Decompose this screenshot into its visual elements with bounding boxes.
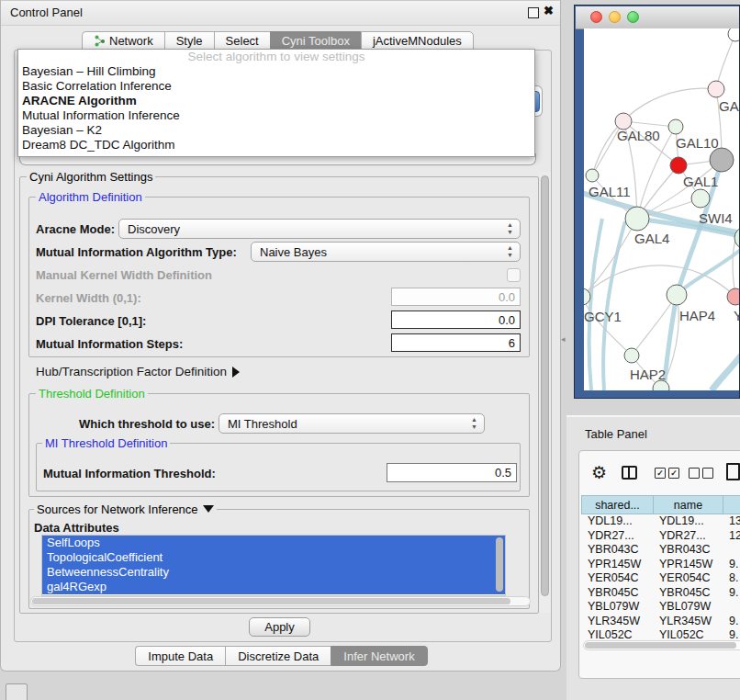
hub-definition-toggle[interactable]: Hub/Transcription Factor Definition: [36, 365, 240, 378]
deselect-all-icon[interactable]: [689, 468, 713, 479]
sources-legend[interactable]: Sources for Network Inference: [34, 502, 217, 516]
table-cell: [723, 543, 740, 558]
mi-algorithm-type-label: Mutual Information Algorithm Type:: [36, 245, 237, 259]
mi-threshold-label: Mutual Information Threshold:: [43, 467, 216, 480]
dpi-tolerance-label: DPI Tolerance [0,1]:: [36, 314, 146, 328]
settings-scrollbar-thumb[interactable]: [541, 175, 549, 596]
gear-icon[interactable]: ⚙: [591, 464, 607, 481]
network-node-y[interactable]: [727, 288, 740, 305]
combo-stepper-icon: ▲▼: [507, 244, 513, 259]
dropdown-option[interactable]: Dream8 DC_TDC Algorithm: [18, 138, 534, 152]
list-horizontal-scrollbar[interactable]: [30, 596, 531, 606]
aracne-mode-select[interactable]: Discovery ▲▼: [118, 219, 521, 239]
table-horizontal-scrollbar[interactable]: [583, 640, 740, 650]
dpi-tolerance-field[interactable]: 0.0: [391, 310, 521, 329]
close-icon[interactable]: ✖: [544, 4, 554, 17]
table-row[interactable]: YDR27...YDR27...12: [581, 529, 740, 544]
network-view-window[interactable]: GALGAL80GAL10GAL1GAL11GAL4SWI4GCY1HAP4YH…: [574, 5, 740, 399]
zoom-icon[interactable]: [627, 11, 639, 23]
network-canvas[interactable]: GALGAL80GAL10GAL1GAL11GAL4SWI4GCY1HAP4YH…: [584, 28, 740, 390]
table-row[interactable]: YDL19...YDL19...13: [581, 514, 740, 529]
network-node-hap2[interactable]: [624, 348, 639, 363]
mi-threshold-field[interactable]: 0.5: [387, 463, 517, 482]
mi-algorithm-type-select[interactable]: Naive Bayes ▲▼: [251, 242, 521, 262]
tab-label: Style: [176, 31, 203, 51]
attribute-list-item[interactable]: BetweennessCentrality: [42, 565, 505, 580]
table-panel-title: Table Panel: [585, 427, 647, 441]
tab-select[interactable]: Select: [214, 31, 270, 51]
table-cell: YBL079W: [581, 600, 653, 615]
data-attributes-list[interactable]: SelfLoopsTopologicalCoefficientBetweenne…: [41, 535, 506, 596]
table-cell: YER054C: [581, 571, 653, 586]
tab-style[interactable]: Style: [164, 31, 214, 51]
tab-label: Network: [109, 31, 153, 51]
corner-button[interactable]: [6, 683, 28, 700]
node-label: GAL11: [589, 184, 631, 199]
attribute-list-item[interactable]: gal4RGexp: [42, 580, 505, 594]
aracne-mode-value: Discovery: [128, 222, 180, 236]
table-row[interactable]: YPR145WYPR145W9.: [581, 558, 740, 572]
table-horizontal-scrollbar-thumb[interactable]: [585, 642, 736, 649]
control-panel: Control Panel ✖ NetworkStyleSelectCyni T…: [0, 0, 561, 672]
network-node[interactable]: [728, 28, 740, 41]
tab-cyni-toolbox[interactable]: Cyni Toolbox: [270, 31, 361, 51]
columns-icon[interactable]: [622, 466, 637, 480]
bottom-tab-infer-network[interactable]: Infer Network: [331, 646, 427, 666]
dropdown-option[interactable]: ARACNE Algorithm: [18, 94, 534, 108]
manual-kernel-width-checkbox[interactable]: [507, 268, 521, 282]
bottom-tab-discretize-data[interactable]: Discretize Data: [225, 646, 331, 666]
table-cell: 9.: [723, 586, 740, 601]
dropdown-option[interactable]: Bayesian – Hill Climbing: [18, 64, 534, 79]
column-header-name[interactable]: name: [653, 495, 723, 514]
mi-threshold-definition-legend: MI Threshold Definition: [42, 436, 170, 450]
float-window-icon[interactable]: [528, 7, 539, 18]
network-edge-thick[interactable]: [589, 219, 602, 390]
which-threshold-select[interactable]: MI Threshold ▲▼: [219, 413, 485, 434]
table-row[interactable]: YBL079WYBL079W: [581, 600, 740, 615]
table-cell: YBR045C: [581, 586, 653, 601]
attribute-list-item[interactable]: TopologicalCoefficient: [42, 550, 505, 565]
apply-button[interactable]: Apply: [249, 617, 310, 637]
network-edge-thick[interactable]: [603, 221, 625, 390]
network-edge-thick[interactable]: [712, 355, 740, 390]
network-node-gal4[interactable]: [625, 207, 649, 231]
mi-algorithm-type-value: Naive Bayes: [260, 245, 327, 259]
dropdown-option[interactable]: Basic Correlation Inference: [18, 79, 534, 94]
network-node[interactable]: [668, 119, 683, 134]
table-row[interactable]: YBR045CYBR045C9.: [581, 586, 740, 601]
node-label: GCY1: [584, 309, 622, 324]
minimize-icon[interactable]: [609, 11, 621, 23]
dropdown-option[interactable]: Bayesian – K2: [18, 123, 534, 138]
tab-network[interactable]: Network: [82, 31, 164, 51]
network-edge[interactable]: [716, 34, 735, 89]
network-node-gal11[interactable]: [586, 169, 599, 182]
select-all-icon[interactable]: ✓✓: [655, 468, 679, 479]
bottom-tabs: Impute DataDiscretize DataInfer Network: [1, 646, 562, 666]
node-label: HAP2: [630, 367, 666, 382]
network-node-hap4[interactable]: [667, 285, 687, 305]
tab-jactivemnodules[interactable]: jActiveMNodules: [361, 31, 474, 51]
network-node-gal[interactable]: [708, 81, 724, 97]
combo-stepper-icon: ▲▼: [471, 416, 477, 431]
attribute-list-item[interactable]: SelfLoops: [42, 536, 505, 550]
table-row[interactable]: YLR345WYLR345W9.: [581, 615, 740, 629]
export-table-icon[interactable]: [726, 463, 740, 480]
bottom-tab-impute-data[interactable]: Impute Data: [135, 646, 225, 666]
network-node-gal10[interactable]: [710, 148, 734, 172]
mi-steps-field[interactable]: 6: [391, 333, 521, 352]
which-threshold-value: MI Threshold: [228, 417, 297, 431]
close-icon[interactable]: [590, 11, 602, 23]
table-cell: YDR27...: [581, 529, 653, 544]
dropdown-option[interactable]: Mutual Information Inference: [18, 108, 534, 123]
table-cell: 9.: [723, 558, 740, 572]
table-row[interactable]: YBR043CYBR043C: [581, 543, 740, 558]
settings-scrollbar[interactable]: [539, 172, 551, 613]
network-node-gal1[interactable]: [670, 157, 687, 174]
list-horizontal-scrollbar-thumb[interactable]: [32, 598, 510, 604]
column-header-shared[interactable]: shared...: [581, 495, 653, 514]
column-header[interactable]: [723, 495, 740, 514]
network-node[interactable]: [691, 189, 710, 208]
table-row[interactable]: YER054CYER054C8.: [581, 571, 740, 586]
splitter-collapse-icon[interactable]: ◂: [561, 334, 566, 344]
list-scrollbar-thumb[interactable]: [496, 537, 503, 592]
